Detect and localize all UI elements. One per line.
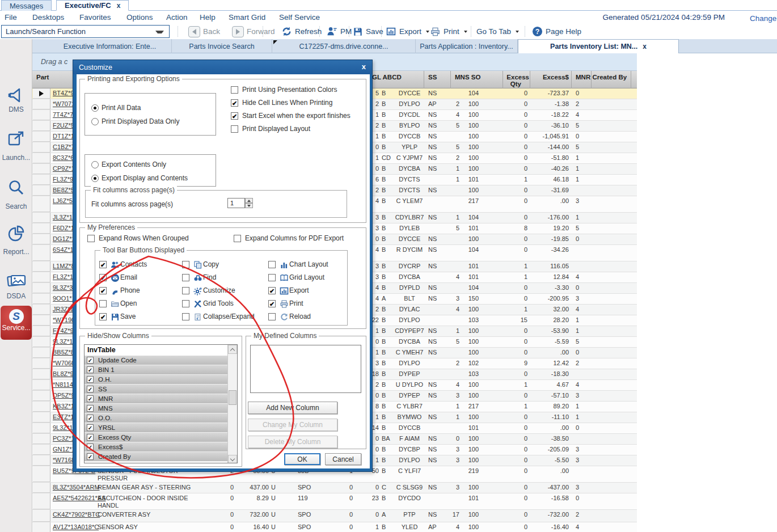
part-number-link[interactable]: *W7190 — [53, 316, 75, 323]
add-new-column-button[interactable]: Add New Column — [248, 402, 337, 414]
part-number-link[interactable]: BE8Z*5 — [53, 187, 74, 193]
row-selector[interactable] — [33, 185, 50, 196]
scroll-up-icon[interactable] — [228, 345, 237, 354]
row-selector[interactable] — [33, 402, 50, 412]
part-number-link[interactable]: *W7071 — [53, 100, 75, 107]
part-number-link[interactable]: L1MZ*8 — [53, 263, 75, 269]
go-to-tab-button[interactable]: Go To Tab — [476, 26, 519, 37]
page-tab-2[interactable]: Parts Invoice Search — [172, 39, 272, 53]
col-header-mns-so[interactable]: MNS SO — [455, 74, 480, 81]
row-selector[interactable] — [33, 132, 50, 142]
scroll-down-icon[interactable] — [228, 455, 237, 463]
menu-item-desktops[interactable]: Desktops — [32, 13, 64, 22]
ok-button[interactable]: OK — [284, 453, 320, 465]
col-header-mnr-created-by[interactable]: MNR Created By — [576, 74, 627, 81]
part-number-link[interactable]: FL3Z*1 — [53, 273, 73, 280]
dialog-close-icon[interactable]: x — [362, 62, 366, 71]
checkbox-print-displayed-layout[interactable] — [231, 125, 238, 133]
checkbox-hide-cell-lines-when-printing[interactable]: ✔ — [231, 99, 238, 107]
checkbox-grid-tools[interactable] — [182, 300, 189, 307]
part-number-link[interactable]: PC3Z*1 — [53, 435, 75, 442]
part-number-link[interactable]: GN1Z*1 — [53, 446, 75, 453]
menu-item-favorites[interactable]: Favorites — [79, 13, 111, 22]
checkbox-print[interactable]: ✔ — [268, 300, 276, 307]
page-tab-1[interactable]: Executive Information: Ente... — [48, 39, 172, 53]
column-list-item-mnr[interactable]: ✓MNR — [85, 394, 237, 404]
row-selector[interactable] — [33, 369, 50, 379]
menu-item-self-service[interactable]: Self Service — [279, 13, 320, 22]
part-number-link[interactable]: JL3Z*1 — [53, 214, 73, 221]
checkbox-grid-layout[interactable] — [268, 274, 276, 281]
part-number-link[interactable]: DG1Z*1 — [53, 235, 75, 242]
part-number-link[interactable]: 9L3Z*3 — [53, 284, 73, 291]
part-number-link[interactable]: BB5Z*8 — [53, 349, 74, 356]
part-number-link[interactable]: FT4Z*9 — [53, 327, 74, 334]
part-number-link[interactable]: C1BZ*7 — [53, 143, 75, 150]
cancel-button[interactable]: Cancel — [325, 453, 361, 465]
spin-down-icon[interactable] — [245, 203, 253, 208]
checkbox-save[interactable]: ✔ — [99, 313, 107, 320]
spin-up-icon[interactable] — [245, 198, 253, 203]
row-selector[interactable] — [33, 261, 50, 272]
refresh-button[interactable]: Refresh — [281, 26, 322, 37]
column-list-item-ss[interactable]: ✓SS — [85, 385, 237, 394]
row-selector[interactable] — [33, 99, 50, 109]
part-number-link[interactable]: 6S4Z*1 — [53, 246, 74, 253]
row-selector[interactable] — [33, 358, 50, 369]
checkbox-chart-layout[interactable] — [268, 261, 276, 268]
row-selector[interactable] — [33, 213, 50, 223]
part-number-link[interactable]: 8L3Z*3504*ARM — [53, 484, 100, 491]
column-checkbox[interactable]: ✓ — [87, 376, 94, 383]
part-number-link[interactable]: CP9Z*1 — [53, 165, 75, 172]
columns-scrollbar[interactable] — [227, 345, 237, 463]
change-link[interactable]: Change — [750, 14, 776, 23]
row-selector[interactable] — [33, 380, 50, 390]
row-selector[interactable] — [33, 305, 50, 315]
column-checkbox[interactable]: ✓ — [87, 415, 94, 421]
row-selector[interactable] — [33, 272, 50, 282]
col-header-excess-qty[interactable]: Excess — [484, 74, 529, 81]
checkbox-print-using-presentation-colors[interactable] — [231, 86, 238, 94]
part-number-link[interactable]: 9OO1*1 — [53, 295, 75, 302]
sidebar-item-report[interactable]: Report... — [0, 225, 32, 256]
print-button[interactable]: Print — [430, 26, 467, 37]
column-list-item-yrsl[interactable]: ✓YRSL — [85, 423, 237, 433]
row-selector[interactable] — [33, 445, 50, 455]
checkbox-copy[interactable] — [182, 261, 189, 268]
scrollbar-thumb[interactable] — [229, 390, 237, 405]
columns-listbox[interactable]: InvTable ✓Update Code✓BIN 1✓O.H.✓SS✓MNR✓… — [84, 344, 238, 463]
row-selector[interactable] — [33, 142, 50, 153]
row-selector[interactable] — [33, 164, 50, 174]
checkbox-find[interactable] — [182, 274, 189, 281]
col-header-excess-dollar[interactable]: Excess$ — [523, 74, 569, 81]
part-number-link[interactable]: *W7060 — [53, 360, 75, 366]
row-selector[interactable] — [33, 510, 50, 522]
checkbox-collapse-expand[interactable] — [182, 313, 189, 320]
row-selector[interactable] — [33, 110, 50, 120]
column-list-item-o-o-[interactable]: ✓O.O. — [85, 413, 237, 423]
column-list-item-o-h-[interactable]: ✓O.H. — [85, 375, 237, 385]
part-number-link[interactable]: KB3Z*1 — [53, 403, 74, 409]
menu-item-smart-grid[interactable]: Smart Grid — [229, 13, 265, 22]
column-list-item-update-code[interactable]: ✓Update Code — [85, 356, 237, 365]
row-selector[interactable] — [33, 455, 50, 466]
row-selector[interactable] — [33, 348, 50, 358]
row-selector[interactable] — [33, 493, 50, 509]
checkbox-expand-columns-for-pdf-export[interactable] — [234, 235, 241, 242]
save-button[interactable]: Save — [353, 26, 383, 37]
column-checkbox[interactable]: ✓ — [87, 424, 94, 431]
part-number-link[interactable]: 8C3Z*6 — [53, 154, 74, 161]
checkbox-open[interactable] — [99, 300, 107, 307]
part-number-link[interactable]: BT4Z*9 — [53, 90, 74, 96]
column-checkbox[interactable]: ✓ — [87, 453, 94, 460]
fit-columns-input[interactable]: 1 — [227, 198, 245, 208]
row-selector[interactable] — [33, 234, 50, 244]
row-selector[interactable] — [33, 326, 50, 336]
radio-print-displayed-data-only[interactable] — [91, 118, 99, 125]
part-number-link[interactable]: 9L3Z*1 — [53, 338, 73, 345]
sidebar-item-service[interactable]: SService... — [1, 306, 32, 340]
column-checkbox[interactable]: ✓ — [87, 357, 94, 364]
tab-executive-fc[interactable]: Executive/FCx — [56, 0, 129, 11]
row-selector[interactable] — [33, 412, 50, 423]
row-selector[interactable] — [33, 153, 50, 163]
